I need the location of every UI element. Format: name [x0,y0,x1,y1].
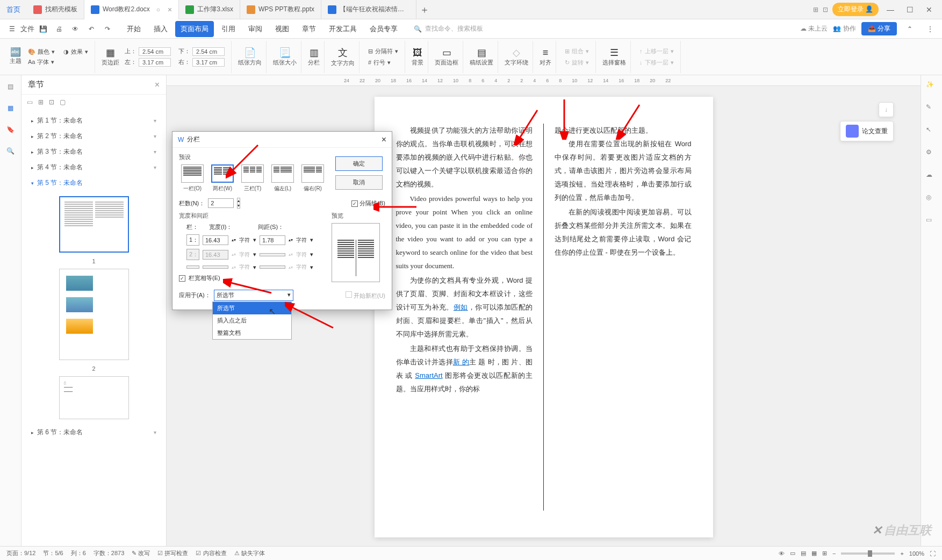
close-icon[interactable]: × [168,5,172,14]
view-icon[interactable]: 👁 [779,550,785,557]
cloud-icon[interactable]: ☁ [926,171,938,183]
pane-button[interactable]: 选择窗格 [602,59,626,67]
border-button[interactable]: 页面边框 [435,59,458,67]
view-mode-icon[interactable]: ▤ [801,550,806,557]
menu-icon[interactable]: ☰ [4,21,19,37]
undo-icon[interactable]: ↶ [84,21,99,37]
zoom-out[interactable]: − [832,550,836,557]
nav-item[interactable]: ▸第 1 节：未命名▾ [27,113,161,128]
theme-button[interactable]: 主题 [10,57,21,65]
apps-icon[interactable]: ⊡ [823,6,828,13]
apply-option[interactable]: 插入点之后 [213,314,291,327]
zoom-slider[interactable] [841,552,895,555]
dialog-close-button[interactable]: × [382,135,386,145]
bg-button[interactable]: 背景 [412,59,423,67]
margin-top-input[interactable]: 2.54 cm [139,47,171,56]
cancel-button[interactable]: 取消 [335,175,383,190]
preview-icon[interactable]: 👁 [68,21,83,37]
nav-tool-icon[interactable]: ⊡ [49,98,54,106]
gap-input[interactable]: 1.78 [260,235,285,245]
minimize-button[interactable]: — [883,5,898,14]
maximize-button[interactable]: ☐ [902,5,917,14]
nav-close-icon[interactable]: × [155,80,160,90]
view-mode-icon[interactable]: ▭ [790,550,795,557]
nav-item[interactable]: ▸第 3 节：未命名▾ [27,144,161,160]
page-thumbnail-3[interactable]: ▯━━━━━━━━ [59,376,129,419]
search-tab-icon[interactable]: 🔍 [5,145,17,157]
login-button[interactable]: 立即登录 👤 [832,3,879,16]
thumbnail-tab-icon[interactable]: ▦ [5,102,17,114]
status-content[interactable]: ☑ 内容检查 [196,549,226,557]
cloud-status[interactable]: ☁ 未上云 [800,24,828,33]
zoom-in[interactable]: + [900,550,903,557]
lineno-button[interactable]: #行号▾ [366,58,393,68]
ok-button[interactable]: 确定 [335,156,383,171]
status-section[interactable]: 节：5/6 [43,549,63,557]
nav-tool-icon[interactable]: ▭ [27,98,33,106]
search-input[interactable]: 🔍 查找命令、搜索模板 [414,24,483,33]
save-icon[interactable]: 💾 [35,21,51,37]
outline-tab-icon[interactable]: ▤ [5,81,17,92]
tab-word-doc[interactable]: Word教程2.docx○× [84,0,179,19]
settings-icon[interactable]: ⚙ [926,148,938,160]
nav-tool-icon[interactable]: ▢ [60,98,66,106]
grid-icon[interactable]: ⊞ [813,6,818,13]
thesis-check-button[interactable]: 论文查重 [840,121,894,141]
apply-option[interactable]: 所选节 [213,302,291,314]
tab-ppt[interactable]: WPS PPT教程.pptx [240,0,321,19]
apply-select[interactable]: 所选节▾ [214,290,293,301]
file-menu[interactable]: 文件 [20,21,34,37]
separator-checkbox[interactable]: ✓ [351,200,358,207]
nav-tool-icon[interactable]: ⊞ [38,98,44,106]
print-icon[interactable]: 🖨 [52,21,67,37]
add-tab-button[interactable]: ＋ [416,3,433,16]
nav-item[interactable]: ▸第 2 节：未命名▾ [27,128,161,144]
view-mode-icon[interactable]: ▦ [811,550,817,557]
status-spell[interactable]: ☑ 拼写检查 [157,549,188,557]
orient-button[interactable]: 纸张方向 [238,59,262,67]
view-mode-icon[interactable]: ⊞ [822,550,827,557]
margin-button[interactable]: 页边距 [102,59,119,67]
preset-right[interactable]: 偏右(R) [299,164,326,192]
nav-item[interactable]: ▸第 6 节：未命名▾ [27,425,161,440]
tab-template[interactable]: 找稻壳模板 [27,0,84,19]
margin-left-input[interactable]: 3.17 cm [139,58,171,67]
preset-three[interactable]: 三栏(T) [239,164,266,192]
paper-button[interactable]: 稿纸设置 [470,59,493,67]
target-icon[interactable]: ◎ [926,193,938,205]
menu-tab-member[interactable]: 会员专享 [364,21,403,37]
menu-tab-ref[interactable]: 引用 [216,21,241,37]
size-button[interactable]: 纸张大小 [273,59,297,67]
preset-two[interactable]: 两栏(W) [209,164,236,192]
status-page[interactable]: 页面：9/12 [6,549,35,557]
apply-option[interactable]: 整篇文档 [213,327,291,339]
more-icon[interactable]: ⋮ [923,21,938,37]
margin-right-input[interactable]: 3.17 cm [192,58,225,67]
edit-icon[interactable]: ✎ [926,103,938,115]
menu-tab-layout[interactable]: 页面布局 [175,21,214,37]
status-words[interactable]: 字数：2873 [94,549,124,557]
ai-icon[interactable]: ✨ [926,81,938,92]
textdir-button[interactable]: 文字方向 [331,59,355,67]
page-thumbnail-2[interactable] [59,269,129,360]
fit-icon[interactable]: ⛶ [930,550,936,557]
bookmark-tab-icon[interactable]: 🔖 [5,124,17,135]
collapse-icon[interactable]: ⌃ [902,21,917,37]
thesis-check-button[interactable]: ↓ [879,102,894,117]
cols-input[interactable]: 2 [208,198,234,208]
menu-tab-review[interactable]: 审阅 [243,21,268,37]
zoom-value[interactable]: 100% [909,550,924,557]
coop-button[interactable]: 👥 协作 [833,24,855,33]
columns-button[interactable]: 分栏 [308,59,320,67]
page-thumbnail-1[interactable] [59,196,129,253]
home-tab[interactable]: 首页 [0,0,27,19]
equal-width-checkbox[interactable]: ✓ [179,275,185,282]
page-icon[interactable]: ▭ [926,216,938,228]
menu-tab-insert[interactable]: 插入 [148,21,173,37]
effect-button[interactable]: ◑效果▾ [61,47,90,57]
margin-bottom-input[interactable]: 2.54 cm [192,47,225,56]
cursor-icon[interactable]: ↖ [926,126,938,138]
share-button[interactable]: 📤 分享 [861,22,897,35]
separator-button[interactable]: ⊟分隔符▾ [366,46,400,56]
width-input[interactable]: 16.43 [203,235,228,245]
